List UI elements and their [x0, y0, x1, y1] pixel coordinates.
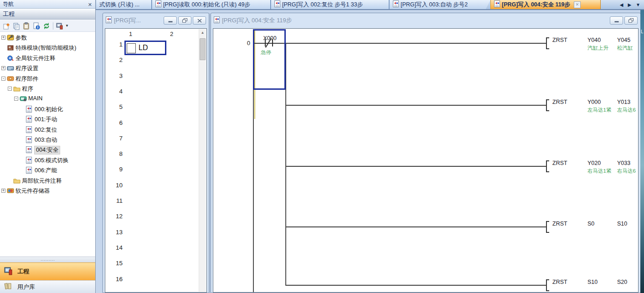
nav-category-project[interactable]: 工程 — [0, 262, 96, 280]
zrst-instruction[interactable]: ZRST — [552, 221, 567, 227]
folder-icon — [13, 177, 21, 185]
tree-item-label: 001:手动 — [35, 116, 57, 123]
paste-icon[interactable] — [21, 21, 31, 31]
zrst-operand-1[interactable]: Y000 — [587, 99, 601, 105]
tree-item-label: 程序设置 — [15, 65, 38, 72]
collapse-icon[interactable]: - — [14, 97, 18, 101]
zrst-instruction[interactable]: ZRST — [552, 279, 567, 285]
zrst-operand-2[interactable]: Y013 — [617, 99, 630, 105]
chevron-down-icon[interactable]: ▼ — [65, 24, 69, 28]
rung-step-number: 0 — [223, 40, 250, 46]
tree-item-label: 特殊模块(智能功能模块) — [15, 44, 76, 52]
toolbar-separator — [53, 22, 53, 30]
splitter-handle[interactable]: ......... — [0, 257, 96, 262]
zrst-operand-1[interactable]: S0 — [587, 221, 594, 227]
restore-button[interactable] — [178, 16, 191, 25]
tree-item-000[interactable]: 000:初始化 — [0, 104, 95, 114]
tree-item-label: 参数 — [15, 34, 27, 42]
zrst-instruction[interactable]: ZRST — [552, 160, 567, 166]
zrst-instruction[interactable]: ZRST — [552, 37, 567, 43]
desktop-icon-label: L — [641, 29, 644, 34]
tree-item-main[interactable]: -MAIN — [0, 94, 95, 104]
prg-file-icon — [26, 126, 32, 135]
il-editor-area[interactable]: 1212345678910111213141516LD▲ — [105, 28, 207, 293]
tab-scroll-left-icon[interactable]: ◀ — [620, 2, 623, 7]
il-column-header: 1 — [129, 31, 135, 37]
tab-list-menu-icon[interactable]: ▼ — [636, 2, 640, 7]
il-row-number: 2 — [106, 57, 123, 63]
navigation-pane-title: 导航 — [3, 1, 14, 7]
close-icon[interactable]: ✕ — [88, 0, 92, 9]
refresh-icon[interactable] — [41, 21, 52, 31]
il-active-cell[interactable]: LD — [124, 41, 166, 55]
zrst-bracket — [546, 37, 549, 49]
il-scroll-thumb[interactable] — [200, 38, 206, 60]
tree-item-[interactable]: 全局软元件注释 — [0, 53, 95, 63]
ladder-window-titlebar[interactable]: [PRG]写入 004:安全 119步 — [211, 13, 640, 28]
expand-icon[interactable]: + — [1, 189, 5, 193]
zrst-operand-1[interactable]: Y020 — [587, 160, 601, 166]
settings-icon — [7, 65, 14, 73]
scroll-up-icon[interactable]: ▲ — [199, 29, 206, 36]
zrst-operand-2[interactable]: S20 — [617, 279, 627, 285]
project-section-header: 工程 — [0, 9, 95, 20]
tab-2[interactable]: [PRG]写入 002:复位 步号1 33步 — [271, 0, 389, 9]
ladder-editor-area[interactable]: 0 ZRSTY040Y045汽缸上升松汽缸ZRSTY000Y013左马达1紧左马… — [213, 28, 639, 293]
close-button[interactable] — [193, 16, 206, 25]
expand-icon[interactable]: + — [1, 66, 5, 70]
collapse-icon[interactable]: - — [1, 77, 5, 81]
il-row-number: 10 — [106, 182, 123, 189]
device-comment-icon[interactable] — [31, 21, 41, 31]
zrst-instruction[interactable]: ZRST — [552, 99, 567, 105]
tree-item-[interactable]: 特殊模块(智能功能模块) — [0, 43, 95, 53]
minimize-button[interactable] — [164, 16, 177, 25]
ladder-window-title: [PRG]写入 004:安全 119步 — [222, 16, 292, 25]
zrst-operand-2[interactable]: Y045 — [617, 37, 630, 43]
zrst-operand-1[interactable]: S10 — [587, 279, 598, 285]
tab-0[interactable]: 式切换 (只读) ... — [96, 0, 152, 9]
tab-active[interactable]: [PRG]写入 004:安全 119步✕ — [490, 0, 601, 9]
tree-item-004[interactable]: 004:安全 — [0, 145, 95, 155]
il-row-number: 11 — [106, 197, 123, 204]
tab-3[interactable]: [PRG]写入 003:自动 步号2 — [389, 0, 490, 9]
tab-scroll-right-icon[interactable]: ▶ — [628, 2, 631, 7]
tree-item-003[interactable]: 003:自动 — [0, 135, 95, 145]
tab-scroll-controls: ◀ ▶ ▼ — [616, 0, 644, 9]
add-icon[interactable] — [1, 21, 11, 31]
il-window-titlebar[interactable]: [PRG]写... — [103, 13, 209, 28]
tab-close-icon[interactable]: ✕ — [574, 1, 581, 8]
tree-item-[interactable]: -程序部件 — [0, 74, 95, 84]
rung-wire — [286, 166, 546, 167]
minimize-button[interactable] — [610, 16, 623, 25]
il-scrollbar[interactable]: ▲ — [199, 29, 206, 292]
library-icon — [4, 282, 14, 292]
tab-label: [PRG]写入 002:复位 步号1 33步 — [282, 1, 363, 9]
tree-item-002[interactable]: 002:复位 — [0, 125, 95, 135]
restore-button[interactable] — [624, 16, 638, 25]
zrst-operand-2[interactable]: S10 — [617, 221, 627, 227]
tree-item-[interactable]: +程序设置 — [0, 63, 95, 73]
zrst-bracket — [546, 99, 549, 111]
collapse-icon[interactable]: - — [8, 87, 12, 91]
expand-icon[interactable]: + — [1, 36, 5, 40]
tree-item-001[interactable]: 001:手动 — [0, 114, 95, 124]
sort-filter-icon[interactable] — [55, 21, 65, 31]
tree-item-005[interactable]: 005:模式切换 — [0, 155, 95, 165]
tree-item-[interactable]: +软元件存储器 — [0, 186, 95, 196]
zrst-operand-2[interactable]: Y033 — [617, 160, 630, 166]
operand-1-comment: 左马达1紧 — [587, 107, 611, 113]
zrst-bracket — [546, 221, 549, 233]
tab-1[interactable]: [PRG]读取 000:初始化 (只读) 49步 — [152, 0, 271, 9]
zrst-operand-1[interactable]: Y040 — [587, 37, 601, 43]
il-row-number: 13 — [106, 229, 123, 236]
copy-icon[interactable] — [11, 21, 21, 31]
il-window-buttons — [164, 16, 206, 25]
tree-item-[interactable]: +参数 — [0, 33, 95, 43]
nav-category-user-library[interactable]: 用户库 — [0, 280, 96, 293]
tree-item-[interactable]: 局部软元件注释 — [0, 176, 95, 186]
prg-file-icon — [106, 16, 112, 25]
tree-item-[interactable]: -程序 — [0, 84, 95, 94]
prg-file-icon — [26, 116, 32, 124]
comment-icon — [7, 55, 14, 63]
tree-item-006[interactable]: 006:产能 — [0, 165, 95, 175]
